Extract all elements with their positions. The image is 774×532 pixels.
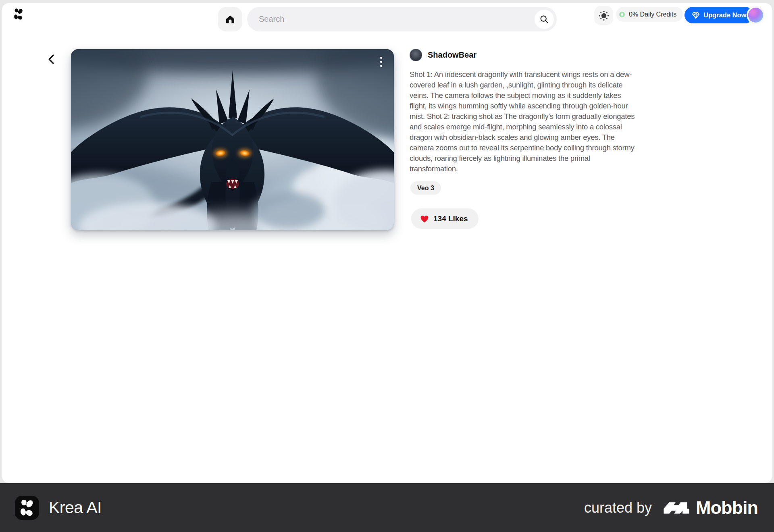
- kebab-menu-icon: [380, 65, 382, 67]
- upgrade-now-button[interactable]: Upgrade Now: [685, 7, 753, 23]
- gem-icon: [692, 12, 700, 19]
- theme-toggle-button[interactable]: [594, 6, 613, 25]
- mobbin-logo-icon: [663, 501, 690, 515]
- search-button[interactable]: [535, 10, 554, 29]
- home-button[interactable]: [218, 7, 242, 31]
- author-row: ShadowBear: [410, 49, 476, 61]
- daily-credits-label: 0% Daily Credits: [629, 11, 676, 18]
- footer: Krea AI curated by Mobbin: [0, 483, 774, 532]
- heart-icon: [420, 215, 429, 223]
- likes-label: 134 Likes: [433, 214, 468, 223]
- prompt-text: Shot 1: An iridescent dragonfly with tra…: [410, 69, 636, 174]
- author-avatar[interactable]: [410, 49, 422, 61]
- sun-icon: [599, 10, 609, 21]
- author-name[interactable]: ShadowBear: [428, 50, 476, 60]
- daily-credits-badge[interactable]: 0% Daily Credits: [616, 7, 683, 22]
- chevron-left-icon: [47, 54, 56, 64]
- image-options-button[interactable]: [377, 55, 385, 69]
- generated-video-frame[interactable]: [71, 49, 394, 230]
- kebab-menu-icon: [380, 61, 382, 63]
- curated-by-text: curated by: [584, 499, 652, 516]
- model-tag-label: Veo 3: [417, 185, 434, 192]
- dragon-artwork: [71, 49, 394, 230]
- mobbin-brand[interactable]: Mobbin: [663, 497, 758, 518]
- user-avatar[interactable]: [748, 8, 763, 23]
- upgrade-now-label: Upgrade Now: [703, 11, 746, 19]
- krea-footer-logo-box: [15, 496, 39, 520]
- search-icon: [540, 15, 549, 24]
- search-bar: [247, 7, 557, 31]
- kebab-menu-icon: [380, 57, 382, 59]
- back-button[interactable]: [45, 53, 57, 65]
- krea-logo-icon: [19, 499, 35, 517]
- footer-brand-name: Krea AI: [49, 498, 102, 517]
- footer-curator-group: curated by Mobbin: [584, 497, 758, 518]
- footer-brand-group[interactable]: Krea AI: [15, 496, 102, 520]
- search-input[interactable]: [247, 7, 535, 31]
- home-icon: [225, 15, 235, 24]
- likes-button[interactable]: 134 Likes: [411, 208, 479, 229]
- progress-ring-icon: [619, 12, 625, 17]
- model-tag[interactable]: Veo 3: [410, 181, 441, 195]
- mobbin-name: Mobbin: [696, 497, 758, 518]
- krea-logo-icon[interactable]: [13, 8, 24, 21]
